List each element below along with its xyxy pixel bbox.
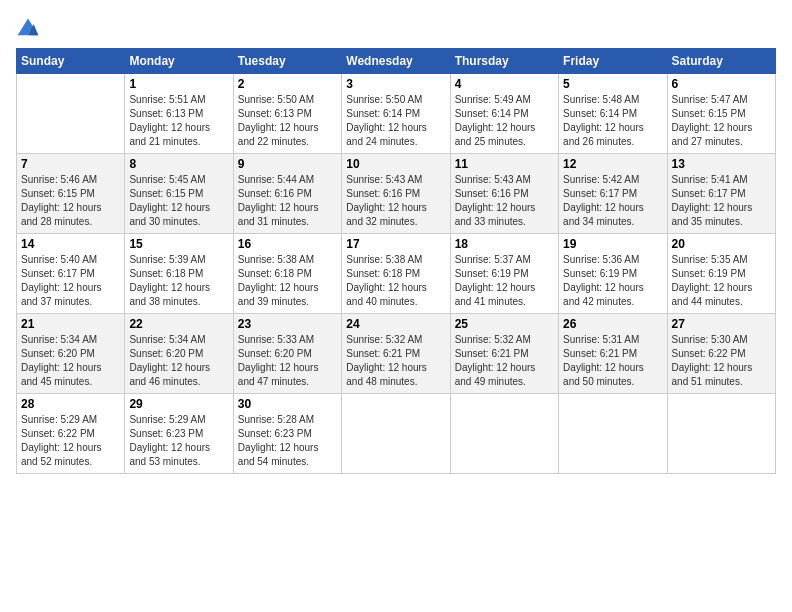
calendar-cell: 7Sunrise: 5:46 AM Sunset: 6:15 PM Daylig… (17, 154, 125, 234)
day-number: 13 (672, 157, 771, 171)
calendar-cell: 28Sunrise: 5:29 AM Sunset: 6:22 PM Dayli… (17, 394, 125, 474)
day-info: Sunrise: 5:50 AM Sunset: 6:14 PM Dayligh… (346, 93, 445, 149)
calendar-cell: 23Sunrise: 5:33 AM Sunset: 6:20 PM Dayli… (233, 314, 341, 394)
calendar-cell (17, 74, 125, 154)
day-number: 25 (455, 317, 554, 331)
day-info: Sunrise: 5:30 AM Sunset: 6:22 PM Dayligh… (672, 333, 771, 389)
page-header (16, 16, 776, 40)
day-info: Sunrise: 5:29 AM Sunset: 6:23 PM Dayligh… (129, 413, 228, 469)
calendar-week-5: 28Sunrise: 5:29 AM Sunset: 6:22 PM Dayli… (17, 394, 776, 474)
day-number: 11 (455, 157, 554, 171)
calendar-header-sunday: Sunday (17, 49, 125, 74)
day-number: 2 (238, 77, 337, 91)
day-number: 27 (672, 317, 771, 331)
day-number: 28 (21, 397, 120, 411)
day-number: 6 (672, 77, 771, 91)
day-info: Sunrise: 5:43 AM Sunset: 6:16 PM Dayligh… (346, 173, 445, 229)
day-info: Sunrise: 5:28 AM Sunset: 6:23 PM Dayligh… (238, 413, 337, 469)
calendar-header-row: SundayMondayTuesdayWednesdayThursdayFrid… (17, 49, 776, 74)
calendar-cell (342, 394, 450, 474)
calendar-cell: 9Sunrise: 5:44 AM Sunset: 6:16 PM Daylig… (233, 154, 341, 234)
calendar-cell: 10Sunrise: 5:43 AM Sunset: 6:16 PM Dayli… (342, 154, 450, 234)
day-info: Sunrise: 5:43 AM Sunset: 6:16 PM Dayligh… (455, 173, 554, 229)
day-number: 20 (672, 237, 771, 251)
day-info: Sunrise: 5:42 AM Sunset: 6:17 PM Dayligh… (563, 173, 662, 229)
calendar-week-1: 1Sunrise: 5:51 AM Sunset: 6:13 PM Daylig… (17, 74, 776, 154)
day-info: Sunrise: 5:35 AM Sunset: 6:19 PM Dayligh… (672, 253, 771, 309)
calendar-header-monday: Monday (125, 49, 233, 74)
calendar-cell: 27Sunrise: 5:30 AM Sunset: 6:22 PM Dayli… (667, 314, 775, 394)
calendar-cell: 16Sunrise: 5:38 AM Sunset: 6:18 PM Dayli… (233, 234, 341, 314)
day-info: Sunrise: 5:41 AM Sunset: 6:17 PM Dayligh… (672, 173, 771, 229)
calendar-week-2: 7Sunrise: 5:46 AM Sunset: 6:15 PM Daylig… (17, 154, 776, 234)
calendar-cell (450, 394, 558, 474)
calendar-cell: 13Sunrise: 5:41 AM Sunset: 6:17 PM Dayli… (667, 154, 775, 234)
day-info: Sunrise: 5:44 AM Sunset: 6:16 PM Dayligh… (238, 173, 337, 229)
day-info: Sunrise: 5:40 AM Sunset: 6:17 PM Dayligh… (21, 253, 120, 309)
calendar-cell: 20Sunrise: 5:35 AM Sunset: 6:19 PM Dayli… (667, 234, 775, 314)
day-info: Sunrise: 5:49 AM Sunset: 6:14 PM Dayligh… (455, 93, 554, 149)
day-info: Sunrise: 5:46 AM Sunset: 6:15 PM Dayligh… (21, 173, 120, 229)
calendar-cell: 22Sunrise: 5:34 AM Sunset: 6:20 PM Dayli… (125, 314, 233, 394)
calendar-cell: 21Sunrise: 5:34 AM Sunset: 6:20 PM Dayli… (17, 314, 125, 394)
day-number: 3 (346, 77, 445, 91)
day-number: 10 (346, 157, 445, 171)
day-info: Sunrise: 5:34 AM Sunset: 6:20 PM Dayligh… (129, 333, 228, 389)
calendar-cell: 30Sunrise: 5:28 AM Sunset: 6:23 PM Dayli… (233, 394, 341, 474)
day-info: Sunrise: 5:51 AM Sunset: 6:13 PM Dayligh… (129, 93, 228, 149)
day-info: Sunrise: 5:32 AM Sunset: 6:21 PM Dayligh… (346, 333, 445, 389)
calendar-cell: 2Sunrise: 5:50 AM Sunset: 6:13 PM Daylig… (233, 74, 341, 154)
day-info: Sunrise: 5:32 AM Sunset: 6:21 PM Dayligh… (455, 333, 554, 389)
day-number: 16 (238, 237, 337, 251)
day-number: 8 (129, 157, 228, 171)
day-info: Sunrise: 5:45 AM Sunset: 6:15 PM Dayligh… (129, 173, 228, 229)
calendar-week-3: 14Sunrise: 5:40 AM Sunset: 6:17 PM Dayli… (17, 234, 776, 314)
day-number: 18 (455, 237, 554, 251)
calendar-cell (667, 394, 775, 474)
logo-icon (16, 16, 40, 40)
day-number: 15 (129, 237, 228, 251)
day-number: 22 (129, 317, 228, 331)
calendar-cell: 4Sunrise: 5:49 AM Sunset: 6:14 PM Daylig… (450, 74, 558, 154)
calendar-cell: 6Sunrise: 5:47 AM Sunset: 6:15 PM Daylig… (667, 74, 775, 154)
day-info: Sunrise: 5:31 AM Sunset: 6:21 PM Dayligh… (563, 333, 662, 389)
day-number: 23 (238, 317, 337, 331)
day-info: Sunrise: 5:36 AM Sunset: 6:19 PM Dayligh… (563, 253, 662, 309)
calendar-cell: 3Sunrise: 5:50 AM Sunset: 6:14 PM Daylig… (342, 74, 450, 154)
day-number: 1 (129, 77, 228, 91)
calendar-cell: 29Sunrise: 5:29 AM Sunset: 6:23 PM Dayli… (125, 394, 233, 474)
day-info: Sunrise: 5:37 AM Sunset: 6:19 PM Dayligh… (455, 253, 554, 309)
calendar-table: SundayMondayTuesdayWednesdayThursdayFrid… (16, 48, 776, 474)
day-info: Sunrise: 5:29 AM Sunset: 6:22 PM Dayligh… (21, 413, 120, 469)
day-info: Sunrise: 5:34 AM Sunset: 6:20 PM Dayligh… (21, 333, 120, 389)
day-info: Sunrise: 5:50 AM Sunset: 6:13 PM Dayligh… (238, 93, 337, 149)
day-number: 26 (563, 317, 662, 331)
day-number: 19 (563, 237, 662, 251)
day-info: Sunrise: 5:47 AM Sunset: 6:15 PM Dayligh… (672, 93, 771, 149)
calendar-cell: 18Sunrise: 5:37 AM Sunset: 6:19 PM Dayli… (450, 234, 558, 314)
day-number: 12 (563, 157, 662, 171)
calendar-header-tuesday: Tuesday (233, 49, 341, 74)
calendar-header-wednesday: Wednesday (342, 49, 450, 74)
day-number: 17 (346, 237, 445, 251)
calendar-week-4: 21Sunrise: 5:34 AM Sunset: 6:20 PM Dayli… (17, 314, 776, 394)
calendar-cell: 26Sunrise: 5:31 AM Sunset: 6:21 PM Dayli… (559, 314, 667, 394)
calendar-cell: 8Sunrise: 5:45 AM Sunset: 6:15 PM Daylig… (125, 154, 233, 234)
day-number: 21 (21, 317, 120, 331)
calendar-cell: 11Sunrise: 5:43 AM Sunset: 6:16 PM Dayli… (450, 154, 558, 234)
day-number: 29 (129, 397, 228, 411)
day-info: Sunrise: 5:48 AM Sunset: 6:14 PM Dayligh… (563, 93, 662, 149)
calendar-cell: 19Sunrise: 5:36 AM Sunset: 6:19 PM Dayli… (559, 234, 667, 314)
calendar-cell (559, 394, 667, 474)
calendar-cell: 5Sunrise: 5:48 AM Sunset: 6:14 PM Daylig… (559, 74, 667, 154)
calendar-header-friday: Friday (559, 49, 667, 74)
day-info: Sunrise: 5:38 AM Sunset: 6:18 PM Dayligh… (346, 253, 445, 309)
day-number: 7 (21, 157, 120, 171)
day-number: 24 (346, 317, 445, 331)
day-info: Sunrise: 5:33 AM Sunset: 6:20 PM Dayligh… (238, 333, 337, 389)
calendar-cell: 12Sunrise: 5:42 AM Sunset: 6:17 PM Dayli… (559, 154, 667, 234)
calendar-header-saturday: Saturday (667, 49, 775, 74)
day-info: Sunrise: 5:38 AM Sunset: 6:18 PM Dayligh… (238, 253, 337, 309)
calendar-cell: 14Sunrise: 5:40 AM Sunset: 6:17 PM Dayli… (17, 234, 125, 314)
calendar-cell: 24Sunrise: 5:32 AM Sunset: 6:21 PM Dayli… (342, 314, 450, 394)
